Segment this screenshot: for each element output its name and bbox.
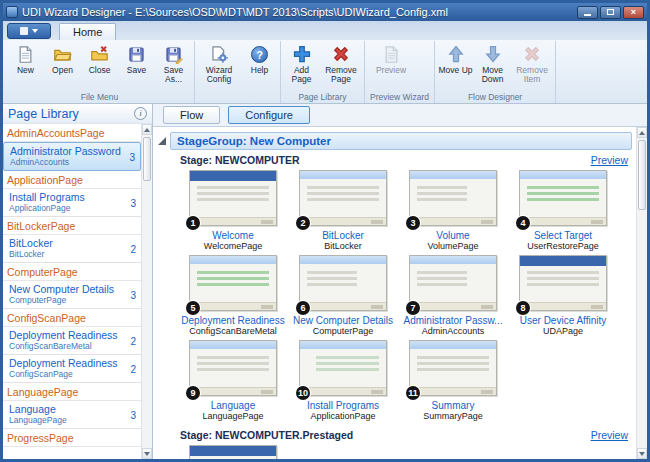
page-title-link[interactable]: BitLocker	[290, 230, 396, 241]
save-button[interactable]: Save	[118, 41, 155, 91]
scrollbar-track[interactable]	[637, 138, 647, 448]
flow-page-card[interactable]: 6 New Computer Details ComputerPage	[290, 255, 396, 336]
tab-configure[interactable]: Configure	[228, 106, 310, 124]
ribbon: Home New Open	[3, 21, 647, 104]
move-down-button[interactable]: Move Down	[474, 41, 511, 91]
sidebar-title: Page Library	[8, 107, 134, 121]
page-title-link[interactable]: Deployment Readiness	[180, 315, 286, 326]
wizard-config-button[interactable]: Wizard Config	[197, 41, 241, 91]
thumbnail-art	[520, 171, 606, 179]
sidebar-scrollbar[interactable]	[141, 124, 152, 459]
close-file-button[interactable]: Close	[81, 41, 118, 91]
scrollbar-track[interactable]	[142, 135, 152, 448]
sidebar-page-item[interactable]: New Computer Details ComputerPage 3	[3, 281, 141, 309]
new-button[interactable]: New	[7, 41, 44, 91]
move-up-button[interactable]: Move Up	[437, 41, 474, 91]
page-number-badge: 9	[186, 386, 200, 400]
flow-page-card[interactable]: 2 BitLocker BitLocker	[290, 170, 396, 251]
sidebar-group-header[interactable]: ApplicationPage	[3, 171, 141, 189]
help-button[interactable]: ? Help	[241, 41, 278, 91]
sidebar-group-header[interactable]: AdminAccountsPage	[3, 124, 141, 142]
stage-label: Stage: NEWCOMPUTER	[180, 154, 591, 166]
main-scrollbar[interactable]	[636, 127, 647, 459]
flow-page-card[interactable]: 11 Summary SummaryPage	[400, 340, 506, 421]
page-title-link[interactable]: User Device Affinity	[510, 315, 616, 326]
flow-page-card[interactable]: 1 Welcome WelcomePage	[180, 170, 286, 251]
scrollbar-thumb[interactable]	[143, 137, 151, 181]
close-folder-icon	[90, 43, 109, 65]
page-title-link[interactable]: Select Target	[510, 230, 616, 241]
maximize-button[interactable]	[600, 6, 621, 19]
close-button[interactable]: ×	[623, 6, 644, 19]
item-count: 3	[129, 151, 135, 162]
info-icon[interactable]: i	[134, 107, 147, 120]
thumbnail-art	[520, 302, 606, 310]
thumbnail-art	[520, 217, 606, 225]
tab-flow[interactable]: Flow	[163, 106, 220, 124]
scroll-up-arrow[interactable]	[637, 127, 647, 138]
page-thumbnail[interactable]: 3	[409, 170, 497, 226]
flow-page-card[interactable]: 4 Select Target UserRestorePage	[510, 170, 616, 251]
close-icon: ×	[631, 8, 636, 17]
page-title-link[interactable]: Language	[180, 400, 286, 411]
page-library-sidebar: Page Library i AdminAccountsPage Adminis…	[3, 104, 153, 459]
sidebar-page-item[interactable]: Deployment Readiness ConfigScanPage 2	[3, 355, 141, 383]
scroll-up-arrow[interactable]	[142, 124, 152, 135]
ribbon-tab-home[interactable]: Home	[59, 23, 116, 40]
flow-page-card[interactable]: 5 Deployment Readiness ConfigScanBareMet…	[180, 255, 286, 336]
sidebar-group-header[interactable]: ProgressPage	[3, 429, 141, 447]
page-number-badge: 6	[296, 301, 310, 315]
page-thumbnail[interactable]: 4	[519, 170, 607, 226]
sidebar-group-header[interactable]: BitLockerPage	[3, 217, 141, 235]
page-title-link[interactable]: Volume	[400, 230, 506, 241]
sidebar-page-item[interactable]: BitLocker BitLocker 2	[3, 235, 141, 263]
page-thumbnail[interactable]: 7	[409, 255, 497, 311]
minimize-button[interactable]	[577, 6, 598, 19]
stage-preview-link[interactable]: Preview	[591, 154, 628, 166]
page-thumbnail[interactable]: 1	[189, 170, 277, 226]
stage-group-header[interactable]: StageGroup: New Computer	[170, 132, 632, 150]
page-title-link[interactable]: Install Programs	[290, 400, 396, 411]
flow-page-card[interactable]: 9 Language LanguagePage	[180, 340, 286, 421]
sidebar-page-item[interactable]: Language LanguagePage 3	[3, 401, 141, 429]
sidebar-group-header[interactable]: ComputerPage	[3, 263, 141, 281]
flow-page-card[interactable]: 10 Install Programs ApplicationPage	[290, 340, 396, 421]
sidebar-group-header[interactable]: ConfigScanPage	[3, 309, 141, 327]
remove-page-button[interactable]: Remove Page	[320, 41, 362, 91]
page-thumbnail[interactable]: 2	[299, 170, 387, 226]
flow-page-card[interactable]: 8 User Device Affinity UDAPage	[510, 255, 616, 336]
page-thumbnail[interactable]: 6	[299, 255, 387, 311]
remove-item-button[interactable]: Remove Item	[511, 41, 553, 91]
sidebar-page-item[interactable]: Administrator Password AdminAccounts 3	[3, 142, 141, 171]
page-thumbnail[interactable]: 10	[299, 340, 387, 396]
preview-button[interactable]: Preview	[367, 41, 415, 91]
page-title-link[interactable]: Welcome	[180, 230, 286, 241]
item-subtitle: ApplicationPage	[9, 203, 123, 213]
scrollbar-thumb[interactable]	[638, 140, 646, 210]
sidebar-page-item[interactable]: Deployment Readiness ConfigScanBareMetal…	[3, 327, 141, 355]
sidebar-group-header[interactable]: LanguagePage	[3, 383, 141, 401]
page-title-link[interactable]: Administrator Passw...	[400, 315, 506, 326]
page-type-label: LanguagePage	[180, 411, 286, 421]
thumbnail-art	[410, 217, 496, 225]
scroll-down-arrow[interactable]	[142, 448, 152, 459]
sidebar-page-item[interactable]: Install Programs ApplicationPage 3	[3, 189, 141, 217]
scroll-down-arrow[interactable]	[637, 448, 647, 459]
page-thumbnail[interactable]: 11	[409, 340, 497, 396]
add-page-button[interactable]: Add Page	[283, 41, 320, 91]
thumbnail-art	[300, 217, 386, 225]
page-thumbnail[interactable]: 9	[189, 340, 277, 396]
page-title-link[interactable]: Summary	[400, 400, 506, 411]
page-thumbnail[interactable]	[189, 445, 277, 459]
page-title-link[interactable]: New Computer Details	[290, 315, 396, 326]
flow-page-card[interactable]	[180, 445, 286, 459]
stage-preview-link[interactable]: Preview	[591, 429, 628, 441]
flow-page-card[interactable]: 7 Administrator Passw... AdminAccounts	[400, 255, 506, 336]
collapse-expander-icon[interactable]	[158, 137, 166, 145]
flow-page-card[interactable]: 3 Volume VolumePage	[400, 170, 506, 251]
application-menu-button[interactable]	[7, 23, 51, 39]
save-as-button[interactable]: Save As...	[155, 41, 192, 91]
page-thumbnail[interactable]: 5	[189, 255, 277, 311]
open-button[interactable]: Open	[44, 41, 81, 91]
page-thumbnail[interactable]: 8	[519, 255, 607, 311]
